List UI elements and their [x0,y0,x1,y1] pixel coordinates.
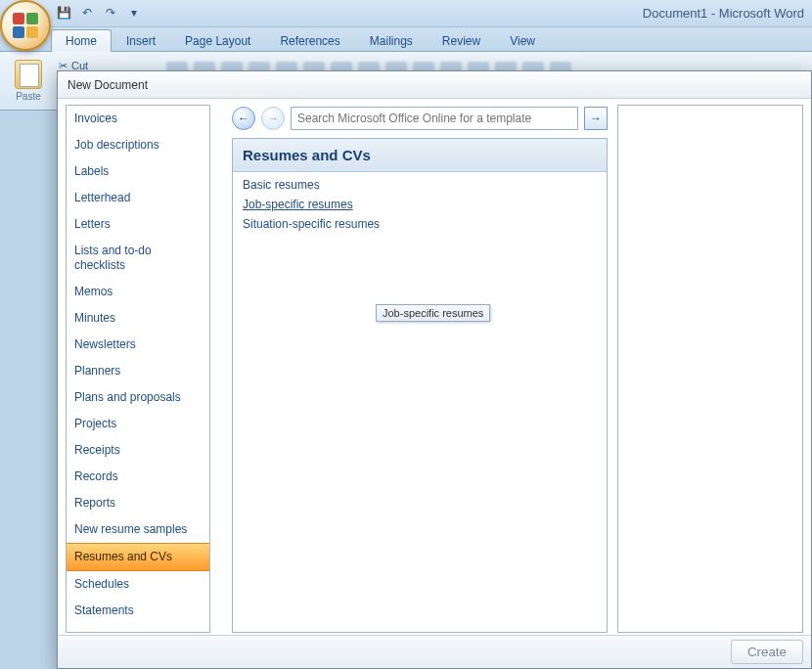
search-go-button[interactable]: → [584,107,608,130]
dialog-footer: Create [58,635,811,668]
tab-home[interactable]: Home [51,29,112,52]
category-sidebar[interactable]: InvoicesJob descriptionsLabelsLetterhead… [66,105,210,633]
sidebar-category[interactable]: Memos [67,279,209,305]
template-list-panel: Resumes and CVs Basic resumesJob-specifi… [232,138,608,633]
office-logo-icon [13,13,38,38]
sidebar-category[interactable]: Reports [67,490,209,516]
tab-page-layout[interactable]: Page Layout [170,29,265,52]
paste-label: Paste [16,91,41,102]
sidebar-category[interactable]: Statements [67,598,209,624]
qat-more-icon[interactable]: ▾ [125,4,143,22]
sidebar-category[interactable]: Newsletters [67,332,209,358]
sidebar-category[interactable]: Job descriptions [67,132,209,158]
arrow-left-icon: ← [238,112,249,125]
tab-view[interactable]: View [495,29,550,52]
template-panel: ← → → Resumes and CVs Basic resumesJob-s… [232,105,608,633]
title-bar: 💾 ↶ ↷ ▾ Document1 - Microsoft Word [0,0,812,27]
tab-insert[interactable]: Insert [112,29,170,52]
sidebar-category[interactable]: Stationery and specialty paper [67,624,209,633]
template-preview-panel [617,105,803,633]
sidebar-category[interactable]: Projects [67,411,209,437]
sidebar-category[interactable]: Schedules [67,571,209,598]
sidebar-category[interactable]: Resumes and CVs [67,543,209,571]
undo-icon[interactable]: ↶ [78,4,96,22]
tab-references[interactable]: References [265,29,354,52]
tab-review[interactable]: Review [428,29,495,52]
new-document-dialog: New Document InvoicesJob descriptionsLab… [57,70,812,669]
quick-access-toolbar: 💾 ↶ ↷ ▾ [55,4,143,22]
arrow-go-icon: → [590,112,602,125]
section-title: Resumes and CVs [233,139,607,172]
template-link[interactable]: Job-specific resumes [243,198,353,211]
template-link[interactable]: Situation-specific resumes [243,217,380,231]
ribbon-tabs: Home Insert Page Layout References Maili… [0,27,812,52]
template-links: Basic resumesJob-specific resumesSituati… [233,172,607,237]
window-title: Document1 - Microsoft Word [643,6,804,21]
sidebar-category[interactable]: Letters [67,211,209,238]
sidebar-category[interactable]: Lists and to-do checklists [67,238,209,279]
dialog-title: New Document [58,71,811,99]
tab-mailings[interactable]: Mailings [355,29,428,52]
redo-icon[interactable]: ↷ [102,4,119,22]
dialog-body: InvoicesJob descriptionsLabelsLetterhead… [58,99,811,635]
create-button[interactable]: Create [731,640,803,664]
nav-back-button[interactable]: ← [232,107,255,130]
sidebar-category[interactable]: Invoices [67,106,209,132]
sidebar-category[interactable]: Minutes [67,305,209,332]
sidebar-category[interactable]: Labels [67,158,209,185]
template-search-input[interactable] [291,107,578,130]
sidebar-category[interactable]: New resume samples [67,516,209,543]
sidebar-category[interactable]: Plans and proposals [67,384,209,411]
sidebar-category[interactable]: Records [67,464,209,490]
template-link[interactable]: Basic resumes [243,178,320,192]
arrow-right-icon: → [267,112,279,125]
paste-icon [15,60,42,89]
save-icon[interactable]: 💾 [55,4,72,22]
template-toolbar: ← → → [232,105,608,132]
sidebar-category[interactable]: Planners [67,358,209,384]
paste-button[interactable]: Paste [6,60,51,102]
sidebar-category[interactable]: Letterhead [67,185,209,211]
sidebar-category[interactable]: Receipts [67,437,209,464]
office-button[interactable] [0,0,51,51]
tooltip: Job-specific resumes [376,304,490,322]
nav-forward-button[interactable]: → [261,107,285,130]
